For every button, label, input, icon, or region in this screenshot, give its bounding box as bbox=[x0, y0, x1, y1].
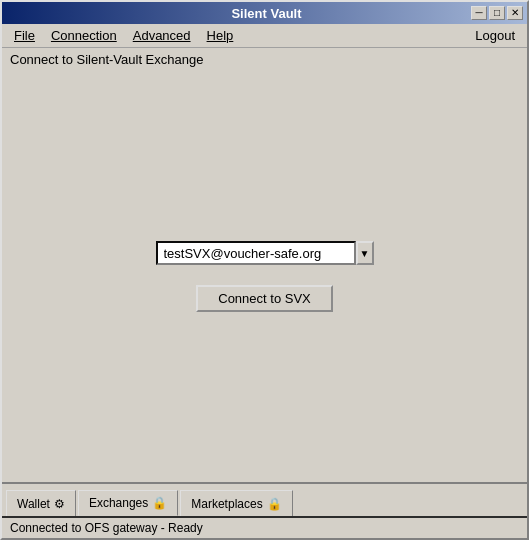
main-content: ▼ Connect to SVX bbox=[2, 71, 527, 482]
content-header: Connect to Silent-Vault Exchange bbox=[2, 48, 527, 71]
email-field[interactable] bbox=[156, 241, 356, 265]
wallet-tab-icon: ⚙ bbox=[54, 497, 65, 511]
tabs-area: Wallet ⚙ Exchanges 🔒 Marketplaces 🔒 bbox=[2, 482, 527, 516]
menu-bar: File Connection Advanced Help Logout bbox=[2, 24, 527, 48]
connect-svx-button[interactable]: Connect to SVX bbox=[196, 285, 333, 312]
main-window: Silent Vault ─ □ ✕ File Connection Advan… bbox=[0, 0, 529, 540]
title-bar-buttons: ─ □ ✕ bbox=[471, 6, 523, 20]
marketplaces-tab-icon: 🔒 bbox=[267, 497, 282, 511]
tab-marketplaces[interactable]: Marketplaces 🔒 bbox=[180, 490, 292, 516]
header-text: Connect to Silent-Vault Exchange bbox=[10, 52, 203, 67]
marketplaces-tab-label: Marketplaces bbox=[191, 497, 262, 511]
close-button[interactable]: ✕ bbox=[507, 6, 523, 20]
status-text: Connected to OFS gateway - Ready bbox=[10, 521, 203, 535]
wallet-tab-label: Wallet bbox=[17, 497, 50, 511]
menu-connection[interactable]: Connection bbox=[43, 26, 125, 45]
status-bar: Connected to OFS gateway - Ready bbox=[2, 516, 527, 538]
exchanges-tab-label: Exchanges bbox=[89, 496, 148, 510]
menu-file[interactable]: File bbox=[6, 26, 43, 45]
window-title: Silent Vault bbox=[62, 6, 471, 21]
tab-wallet[interactable]: Wallet ⚙ bbox=[6, 490, 76, 516]
dropdown-arrow-button[interactable]: ▼ bbox=[356, 241, 374, 265]
title-bar: Silent Vault ─ □ ✕ bbox=[2, 2, 527, 24]
menu-logout[interactable]: Logout bbox=[467, 26, 523, 45]
minimize-button[interactable]: ─ bbox=[471, 6, 487, 20]
tab-exchanges[interactable]: Exchanges 🔒 bbox=[78, 490, 178, 516]
menu-advanced[interactable]: Advanced bbox=[125, 26, 199, 45]
restore-button[interactable]: □ bbox=[489, 6, 505, 20]
menu-help[interactable]: Help bbox=[199, 26, 242, 45]
exchanges-tab-icon: 🔒 bbox=[152, 496, 167, 510]
email-dropdown-container: ▼ bbox=[156, 241, 374, 265]
